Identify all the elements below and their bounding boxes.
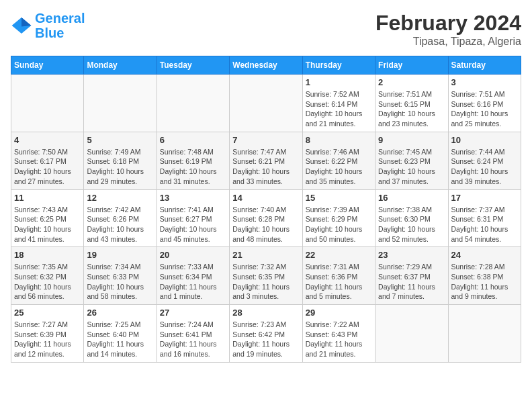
day-number: 1 — [306, 77, 372, 87]
day-number: 22 — [306, 250, 372, 260]
day-info: Sunrise: 7:23 AMSunset: 6:42 PMDaylight:… — [232, 320, 299, 359]
calendar-cell: 28Sunrise: 7:23 AMSunset: 6:42 PMDayligh… — [230, 305, 302, 363]
calendar-subtitle: Tipasa, Tipaza, Algeria — [375, 36, 521, 48]
calendar-cell — [157, 75, 229, 132]
day-info: Sunrise: 7:39 AMSunset: 6:29 PMDaylight:… — [306, 205, 372, 244]
calendar-cell: 18Sunrise: 7:35 AMSunset: 6:32 PMDayligh… — [11, 247, 84, 305]
calendar-cell: 19Sunrise: 7:34 AMSunset: 6:33 PMDayligh… — [84, 247, 157, 305]
week-row-5: 25Sunrise: 7:27 AMSunset: 6:39 PMDayligh… — [11, 305, 521, 363]
day-number: 15 — [306, 193, 372, 203]
day-number: 25 — [14, 308, 81, 318]
calendar-cell — [375, 305, 448, 363]
day-info: Sunrise: 7:37 AMSunset: 6:31 PMDaylight:… — [451, 205, 518, 244]
calendar-cell: 17Sunrise: 7:37 AMSunset: 6:31 PMDayligh… — [448, 189, 521, 247]
calendar-title: February 2024 — [375, 11, 521, 36]
day-info: Sunrise: 7:49 AMSunset: 6:18 PMDaylight:… — [87, 147, 153, 187]
day-info: Sunrise: 7:32 AMSunset: 6:35 PMDaylight:… — [232, 262, 299, 302]
day-info: Sunrise: 7:47 AMSunset: 6:21 PMDaylight:… — [232, 147, 299, 187]
calendar-cell: 25Sunrise: 7:27 AMSunset: 6:39 PMDayligh… — [11, 305, 84, 363]
day-info: Sunrise: 7:38 AMSunset: 6:30 PMDaylight:… — [378, 205, 445, 244]
day-number: 5 — [87, 135, 153, 145]
calendar-cell: 22Sunrise: 7:31 AMSunset: 6:36 PMDayligh… — [302, 247, 375, 305]
day-number: 12 — [87, 193, 153, 203]
calendar-cell: 26Sunrise: 7:25 AMSunset: 6:40 PMDayligh… — [84, 305, 157, 363]
calendar-cell: 12Sunrise: 7:42 AMSunset: 6:26 PMDayligh… — [84, 189, 157, 247]
calendar-cell — [230, 75, 302, 132]
day-number: 11 — [14, 193, 81, 203]
day-info: Sunrise: 7:41 AMSunset: 6:27 PMDaylight:… — [160, 205, 226, 244]
day-number: 3 — [451, 77, 518, 87]
day-number: 21 — [232, 250, 299, 260]
calendar-cell: 14Sunrise: 7:40 AMSunset: 6:28 PMDayligh… — [230, 189, 302, 247]
calendar-cell: 29Sunrise: 7:22 AMSunset: 6:43 PMDayligh… — [302, 305, 375, 363]
day-info: Sunrise: 7:44 AMSunset: 6:24 PMDaylight:… — [451, 147, 518, 187]
day-number: 17 — [451, 193, 518, 203]
calendar-cell: 15Sunrise: 7:39 AMSunset: 6:29 PMDayligh… — [302, 189, 375, 247]
calendar-cell: 13Sunrise: 7:41 AMSunset: 6:27 PMDayligh… — [157, 189, 229, 247]
calendar-cell: 24Sunrise: 7:28 AMSunset: 6:38 PMDayligh… — [448, 247, 521, 305]
day-number: 20 — [160, 250, 226, 260]
calendar-cell: 9Sunrise: 7:45 AMSunset: 6:23 PMDaylight… — [375, 132, 448, 189]
day-info: Sunrise: 7:52 AMSunset: 6:14 PMDaylight:… — [306, 89, 372, 129]
day-number: 6 — [160, 135, 226, 145]
day-info: Sunrise: 7:48 AMSunset: 6:19 PMDaylight:… — [160, 147, 226, 187]
calendar-cell — [84, 75, 157, 132]
header-friday: Friday — [375, 56, 448, 75]
header-monday: Monday — [84, 56, 157, 75]
day-number: 18 — [14, 250, 81, 260]
week-row-2: 4Sunrise: 7:50 AMSunset: 6:17 PMDaylight… — [11, 132, 521, 189]
day-info: Sunrise: 7:31 AMSunset: 6:36 PMDaylight:… — [306, 262, 372, 302]
day-number: 23 — [378, 250, 445, 260]
day-info: Sunrise: 7:43 AMSunset: 6:25 PMDaylight:… — [14, 205, 81, 244]
logo-icon — [11, 15, 32, 36]
calendar-cell: 6Sunrise: 7:48 AMSunset: 6:19 PMDaylight… — [157, 132, 229, 189]
day-info: Sunrise: 7:24 AMSunset: 6:41 PMDaylight:… — [160, 320, 226, 359]
week-row-4: 18Sunrise: 7:35 AMSunset: 6:32 PMDayligh… — [11, 247, 521, 305]
calendar-cell — [11, 75, 84, 132]
calendar-cell: 4Sunrise: 7:50 AMSunset: 6:17 PMDaylight… — [11, 132, 84, 189]
day-number: 10 — [451, 135, 518, 145]
week-row-1: 1Sunrise: 7:52 AMSunset: 6:14 PMDaylight… — [11, 75, 521, 132]
calendar-cell: 1Sunrise: 7:52 AMSunset: 6:14 PMDaylight… — [302, 75, 375, 132]
header-tuesday: Tuesday — [157, 56, 229, 75]
header-sunday: Sunday — [11, 56, 84, 75]
day-info: Sunrise: 7:40 AMSunset: 6:28 PMDaylight:… — [232, 205, 299, 244]
calendar-cell — [448, 305, 521, 363]
logo-blue: Blue — [35, 26, 64, 40]
header-thursday: Thursday — [302, 56, 375, 75]
day-number: 7 — [232, 135, 299, 145]
header-wednesday: Wednesday — [230, 56, 302, 75]
day-info: Sunrise: 7:51 AMSunset: 6:16 PMDaylight:… — [451, 89, 518, 129]
svg-marker-1 — [21, 17, 31, 27]
calendar-table: SundayMondayTuesdayWednesdayThursdayFrid… — [11, 56, 521, 363]
day-number: 9 — [378, 135, 445, 145]
calendar-cell: 5Sunrise: 7:49 AMSunset: 6:18 PMDaylight… — [84, 132, 157, 189]
calendar-cell: 11Sunrise: 7:43 AMSunset: 6:25 PMDayligh… — [11, 189, 84, 247]
day-number: 27 — [160, 308, 226, 318]
day-info: Sunrise: 7:28 AMSunset: 6:38 PMDaylight:… — [451, 262, 518, 302]
day-number: 24 — [451, 250, 518, 260]
day-info: Sunrise: 7:42 AMSunset: 6:26 PMDaylight:… — [87, 205, 153, 244]
day-number: 29 — [306, 308, 372, 318]
calendar-cell: 16Sunrise: 7:38 AMSunset: 6:30 PMDayligh… — [375, 189, 448, 247]
day-info: Sunrise: 7:34 AMSunset: 6:33 PMDaylight:… — [87, 262, 153, 302]
calendar-cell: 23Sunrise: 7:29 AMSunset: 6:37 PMDayligh… — [375, 247, 448, 305]
logo: General Blue — [11, 11, 85, 40]
day-info: Sunrise: 7:50 AMSunset: 6:17 PMDaylight:… — [14, 147, 81, 187]
calendar-cell: 20Sunrise: 7:33 AMSunset: 6:34 PMDayligh… — [157, 247, 229, 305]
page-header: General Blue February 2024 Tipasa, Tipaz… — [11, 11, 521, 48]
day-number: 26 — [87, 308, 153, 318]
day-number: 28 — [232, 308, 299, 318]
day-number: 8 — [306, 135, 372, 145]
day-number: 13 — [160, 193, 226, 203]
logo-text: General Blue — [35, 11, 85, 40]
header-saturday: Saturday — [448, 56, 521, 75]
calendar-cell: 21Sunrise: 7:32 AMSunset: 6:35 PMDayligh… — [230, 247, 302, 305]
day-number: 16 — [378, 193, 445, 203]
logo-general: General — [35, 11, 85, 26]
day-info: Sunrise: 7:46 AMSunset: 6:22 PMDaylight:… — [306, 147, 372, 187]
day-info: Sunrise: 7:45 AMSunset: 6:23 PMDaylight:… — [378, 147, 445, 187]
calendar-cell: 7Sunrise: 7:47 AMSunset: 6:21 PMDaylight… — [230, 132, 302, 189]
day-info: Sunrise: 7:27 AMSunset: 6:39 PMDaylight:… — [14, 320, 81, 359]
week-row-3: 11Sunrise: 7:43 AMSunset: 6:25 PMDayligh… — [11, 189, 521, 247]
